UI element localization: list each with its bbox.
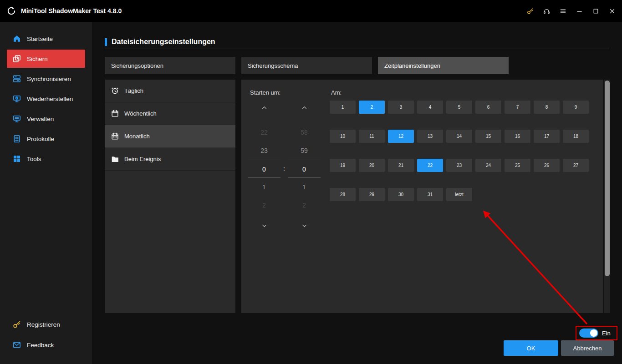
minute-value[interactable]: 59 — [288, 142, 321, 160]
close-icon[interactable] — [604, 0, 620, 22]
sync-icon — [13, 75, 21, 83]
page-title: Dateisicherungseinstellungen — [112, 38, 215, 46]
day-button-8[interactable]: 8 — [534, 101, 560, 114]
tab-sicherungsoptionen[interactable]: Sicherungsoptionen — [105, 57, 235, 74]
scrollbar-track[interactable] — [604, 80, 610, 313]
day-button-19[interactable]: 19 — [330, 159, 356, 172]
day-button-5[interactable]: 5 — [446, 101, 472, 114]
sidebar: StartseiteSichernSynchronisierenWiederhe… — [0, 22, 92, 364]
hour-value-selected[interactable]: 0 — [248, 160, 280, 178]
time-picker: 2223012 : 5859012 — [248, 101, 321, 232]
day-button-20[interactable]: 20 — [359, 159, 385, 172]
tab-label: Zeitplaneinstellungen — [384, 62, 440, 69]
day-button-25[interactable]: 25 — [505, 159, 530, 172]
day-button-17[interactable]: 17 — [534, 130, 560, 143]
chevron-up-icon[interactable] — [248, 101, 280, 113]
hour-value[interactable]: 1 — [248, 178, 280, 196]
hour-value[interactable]: 22 — [248, 123, 280, 142]
chevron-down-icon[interactable] — [288, 220, 321, 232]
schedule-type-beim-ereignis[interactable]: Beim Ereignis — [105, 148, 235, 171]
day-button-6[interactable]: 6 — [475, 101, 501, 114]
sidebar-item-label: Wiederherstellen — [27, 96, 73, 102]
ok-button[interactable]: OK — [504, 340, 558, 356]
scrollbar-thumb[interactable] — [605, 81, 610, 276]
sidebar-item-sichern[interactable]: Sichern — [7, 50, 85, 68]
schedule-type-wochentlich[interactable]: Wöchentlich — [105, 102, 235, 125]
sidebar-item-label: Feedback — [27, 342, 54, 349]
tab-label: Sicherungsoptionen — [111, 62, 163, 69]
sidebar-bottom: RegistrierenFeedback — [0, 314, 92, 355]
day-button-26[interactable]: 26 — [534, 159, 560, 172]
toggle-knob — [590, 329, 597, 337]
day-button-27[interactable]: 27 — [563, 159, 589, 172]
hour-spinner: 2223012 — [248, 101, 280, 232]
minimize-icon[interactable] — [571, 0, 587, 22]
sidebar-item-verwalten[interactable]: Verwalten — [0, 109, 92, 129]
sidebar-item-label: Startseite — [27, 35, 53, 42]
tab-label: Sicherungsschema — [248, 62, 298, 69]
day-button-7[interactable]: 7 — [505, 101, 530, 114]
day-button-11[interactable]: 11 — [359, 130, 385, 143]
restore-icon — [13, 95, 21, 103]
titlebar: MiniTool ShadowMaker Test 4.8.0 — [0, 0, 622, 22]
day-button-2[interactable]: 2 — [359, 101, 385, 114]
day-button-15[interactable]: 15 — [475, 130, 501, 143]
key-icon[interactable] — [522, 0, 538, 22]
minute-value-selected[interactable]: 0 — [288, 160, 321, 178]
day-button-13[interactable]: 13 — [417, 130, 443, 143]
day-button-1[interactable]: 1 — [330, 101, 356, 114]
sidebar-item-synchronisieren[interactable]: Synchronisieren — [0, 69, 92, 89]
settings-tabs: SicherungsoptionenSicherungsschemaZeitpl… — [105, 57, 509, 74]
cancel-button[interactable]: Abbrechen — [561, 340, 614, 356]
day-button-21[interactable]: 21 — [388, 159, 414, 172]
logs-icon — [13, 135, 21, 143]
day-button-23[interactable]: 23 — [446, 159, 472, 172]
key-icon — [13, 320, 21, 329]
headset-icon[interactable] — [538, 0, 555, 22]
app-logo-icon — [6, 6, 16, 16]
schedule-toggle[interactable] — [579, 329, 598, 338]
maximize-icon[interactable] — [587, 0, 604, 22]
day-button-16[interactable]: 16 — [505, 130, 530, 143]
sidebar-item-label: Registrieren — [27, 321, 60, 328]
day-button-18[interactable]: 18 — [563, 130, 589, 143]
main-content: Dateisicherungseinstellungen Sicherungso… — [92, 22, 622, 364]
sidebar-item-registrieren[interactable]: Registrieren — [0, 314, 92, 334]
tab-zeitplaneinstellungen[interactable]: Zeitplaneinstellungen — [378, 57, 509, 74]
day-button-22[interactable]: 22 — [417, 159, 443, 172]
home-icon — [13, 35, 21, 43]
day-button-letzt[interactable]: letzt — [446, 188, 472, 201]
calendar-month-icon — [111, 132, 119, 140]
schedule-type-monatlich[interactable]: Monatlich — [105, 125, 235, 148]
chevron-down-icon[interactable] — [248, 220, 280, 232]
day-button-24[interactable]: 24 — [475, 159, 501, 172]
schedule-type-taglich[interactable]: Täglich — [105, 80, 235, 102]
hour-value[interactable]: 2 — [248, 196, 280, 214]
day-button-4[interactable]: 4 — [417, 101, 443, 114]
day-button-3[interactable]: 3 — [388, 101, 414, 114]
chevron-up-icon[interactable] — [288, 101, 321, 113]
day-button-12[interactable]: 12 — [388, 130, 414, 143]
minute-value[interactable]: 1 — [288, 178, 321, 196]
day-button-10[interactable]: 10 — [330, 130, 356, 143]
sidebar-item-wiederherstellen[interactable]: Wiederherstellen — [0, 89, 92, 109]
day-button-31[interactable]: 31 — [417, 188, 443, 201]
day-button-28[interactable]: 28 — [330, 188, 356, 201]
menu-icon[interactable] — [555, 0, 571, 22]
sidebar-item-feedback[interactable]: Feedback — [0, 335, 92, 355]
minute-value[interactable]: 2 — [288, 196, 321, 214]
minute-value[interactable]: 58 — [288, 123, 321, 142]
day-button-30[interactable]: 30 — [388, 188, 414, 201]
hour-value[interactable]: 23 — [248, 142, 280, 160]
day-grid: 1234567891011121314151617181920212223242… — [330, 101, 589, 201]
day-button-29[interactable]: 29 — [359, 188, 385, 201]
day-button-14[interactable]: 14 — [446, 130, 472, 143]
sidebar-item-label: Protokolle — [27, 136, 54, 142]
sidebar-item-startseite[interactable]: Startseite — [0, 29, 92, 49]
sidebar-item-protokolle[interactable]: Protokolle — [0, 129, 92, 149]
sidebar-nav: StartseiteSichernSynchronisierenWiederhe… — [0, 22, 92, 169]
sidebar-item-tools[interactable]: Tools — [0, 149, 92, 169]
tab-sicherungsschema[interactable]: Sicherungsschema — [241, 57, 372, 74]
day-button-9[interactable]: 9 — [563, 101, 589, 114]
titlebar-icons — [522, 0, 622, 22]
